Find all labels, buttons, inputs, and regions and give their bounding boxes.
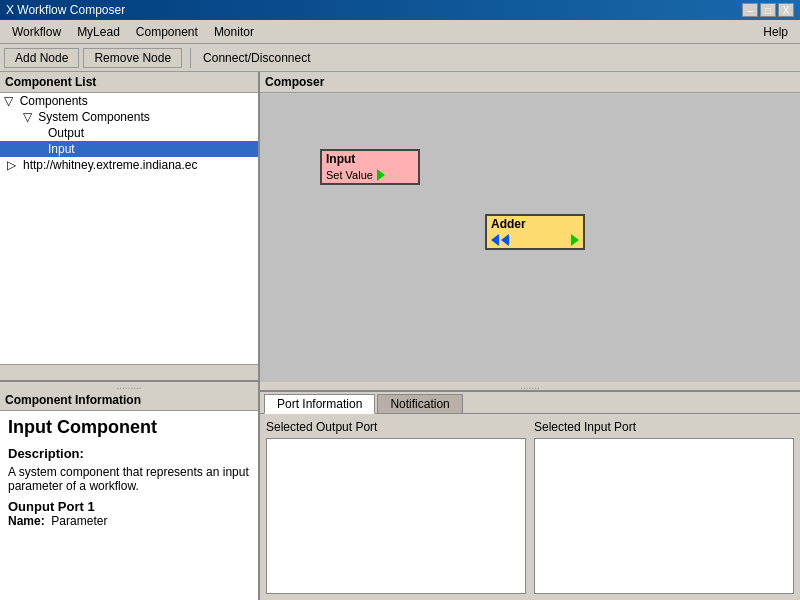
maximize-button[interactable]: □ — [760, 3, 776, 17]
component-list-header: Component List — [0, 72, 258, 93]
remove-node-button[interactable]: Remove Node — [83, 48, 182, 68]
selected-input-port-area — [534, 438, 794, 594]
add-node-button[interactable]: Add Node — [4, 48, 79, 68]
component-list-hscrollbar[interactable] — [0, 364, 258, 380]
tabs-bar: Port Information Notification — [260, 392, 800, 414]
toolbar: Add Node Remove Node Connect/Disconnect — [0, 44, 800, 72]
name-label: Name: — [8, 514, 45, 528]
toolbar-separator — [190, 48, 191, 68]
main-area: Component List ▽ Components ▽ System Com… — [0, 72, 800, 600]
resize-handle-left[interactable]: ......... — [0, 382, 258, 390]
selected-input-port-box: Selected Input Port — [534, 420, 794, 594]
node-adder-header: Adder — [487, 216, 583, 232]
node-input-body: Set Value — [322, 167, 418, 183]
component-info-body: Input Component Description: A system co… — [0, 411, 258, 600]
composer-header: Composer — [260, 72, 800, 93]
node-adder-body — [487, 232, 583, 248]
node-input-header: Input — [322, 151, 418, 167]
tab-content: Selected Output Port Selected Input Port — [260, 414, 800, 600]
bottom-panel: Port Information Notification Selected O… — [260, 390, 800, 600]
right-panel: Composer Input Set Value Adder — [260, 72, 800, 600]
node-adder-input-port-1[interactable] — [491, 234, 499, 246]
menu-help[interactable]: Help — [755, 23, 796, 41]
node-input[interactable]: Input Set Value — [320, 149, 420, 185]
tree-item-input[interactable]: Input — [0, 141, 258, 157]
component-title: Input Component — [8, 417, 250, 438]
component-info-panel: Component Information Input Component De… — [0, 390, 258, 600]
component-list: Component List ▽ Components ▽ System Com… — [0, 72, 258, 382]
node-input-output-port[interactable] — [377, 169, 385, 181]
menu-bar: Workflow MyLead Component Monitor Help — [0, 20, 800, 44]
selected-input-port-label: Selected Input Port — [534, 420, 794, 434]
tab-port-information[interactable]: Port Information — [264, 394, 375, 414]
composer-area: Composer Input Set Value Adder — [260, 72, 800, 382]
menu-workflow[interactable]: Workflow — [4, 23, 69, 41]
menu-component[interactable]: Component — [128, 23, 206, 41]
selected-output-port-label: Selected Output Port — [266, 420, 526, 434]
composer-canvas[interactable]: Input Set Value Adder — [260, 94, 800, 382]
name-field: Name: Parameter — [8, 514, 250, 528]
node-adder-output-port[interactable] — [571, 234, 579, 246]
component-info-header: Component Information — [0, 390, 258, 411]
title-bar: X Workflow Composer – □ X — [0, 0, 800, 20]
tree-item-output[interactable]: Output — [0, 125, 258, 141]
minimize-button[interactable]: – — [742, 3, 758, 17]
tree-item-remote[interactable]: ▷ http://whitney.extreme.indiana.ec — [0, 157, 258, 173]
node-adder[interactable]: Adder — [485, 214, 585, 250]
description-text: A system component that represents an in… — [8, 465, 250, 493]
tree-item-components[interactable]: ▽ Components — [0, 93, 258, 109]
tab-notification[interactable]: Notification — [377, 394, 462, 413]
resize-handle-right[interactable]: ....... — [260, 382, 800, 390]
node-input-port-label: Set Value — [326, 169, 373, 181]
close-button[interactable]: X — [778, 3, 794, 17]
node-adder-input-port-2[interactable] — [501, 234, 509, 246]
menu-items: Workflow MyLead Component Monitor — [4, 23, 262, 41]
connect-disconnect-label: Connect/Disconnect — [195, 49, 318, 67]
title-controls: – □ X — [742, 3, 794, 17]
component-tree[interactable]: ▽ Components ▽ System Components Output … — [0, 93, 258, 364]
description-label: Description: — [8, 446, 250, 461]
tree-item-system-components[interactable]: ▽ System Components — [0, 109, 258, 125]
selected-output-port-box: Selected Output Port — [266, 420, 526, 594]
name-value: Parameter — [51, 514, 107, 528]
selected-output-port-area — [266, 438, 526, 594]
app-title: X Workflow Composer — [6, 3, 125, 17]
port-title: Ounput Port 1 — [8, 499, 250, 514]
menu-monitor[interactable]: Monitor — [206, 23, 262, 41]
menu-mylead[interactable]: MyLead — [69, 23, 128, 41]
left-panel: Component List ▽ Components ▽ System Com… — [0, 72, 260, 600]
